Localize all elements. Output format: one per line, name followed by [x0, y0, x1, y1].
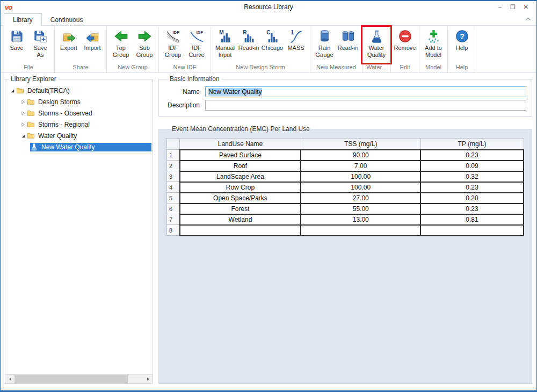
emc-title: Event Mean Concentration (EMC) Per Land … [170, 125, 312, 133]
row-number[interactable]: 7 [167, 214, 180, 225]
tss-cell[interactable]: 55.00 [301, 204, 420, 214]
chicago-button[interactable]: C Chicago [260, 27, 284, 52]
expander-expanded-icon[interactable] [9, 88, 16, 93]
save-as-label: Save As [33, 45, 47, 58]
tree-item-label: Storms - Observed [37, 109, 96, 118]
tss-cell[interactable]: 100.00 [301, 182, 420, 193]
tree-item-water-quality[interactable]: Water Quality [6, 130, 151, 141]
resource-library-window: vo Resource Library – ❐ ✕ Library Contin… [0, 0, 537, 392]
folder-icon [27, 98, 37, 106]
top-group-label: Top Group [113, 45, 129, 58]
ribbon-group-new-design-storm: M Manual Input R Read-in C Chicago [211, 27, 310, 72]
row-number[interactable]: 5 [167, 193, 180, 204]
idf-group-button[interactable]: IDF IDF Group [161, 27, 185, 58]
landuse-cell[interactable]: Roof [180, 161, 301, 171]
manual-input-button[interactable]: M Manual Input [213, 27, 237, 58]
expander-collapsed-icon[interactable] [19, 111, 27, 116]
rain-gauge-button[interactable]: Rain Gauge [313, 27, 336, 58]
read-in-design-button[interactable]: R Read-in [237, 27, 260, 52]
description-input[interactable] [205, 100, 526, 111]
landuse-cell[interactable]: Paved Surface [180, 150, 301, 161]
row-number[interactable]: 4 [167, 182, 180, 193]
tree-item-default-trca[interactable]: Default(TRCA) [6, 85, 151, 96]
landuse-cell[interactable] [180, 225, 301, 236]
row-number[interactable]: 1 [167, 150, 180, 161]
tp-cell[interactable]: 0.20 [420, 193, 524, 204]
tree-item-label: New Water Quality [40, 143, 98, 151]
landuse-cell[interactable]: Forest [180, 204, 301, 214]
landuse-cell[interactable]: LandScape Area [180, 171, 301, 182]
landuse-cell[interactable]: Row Crop [180, 182, 301, 193]
svg-text:C: C [266, 30, 271, 35]
library-tree: Default(TRCA) Design Storms [5, 83, 153, 374]
tree-item-design-storms[interactable]: Design Storms [6, 96, 151, 107]
row-number[interactable]: 2 [167, 161, 180, 171]
maximize-button[interactable]: ❐ [506, 2, 519, 12]
tree-item-label: Design Storms [37, 98, 84, 106]
export-button[interactable]: Export [57, 27, 81, 52]
name-input[interactable]: New Water Quality [205, 86, 526, 97]
row-number[interactable]: 3 [167, 171, 180, 182]
tab-library[interactable]: Library [4, 13, 42, 26]
tab-continuous[interactable]: Continuous [42, 14, 92, 25]
table-row: 5 Open Space/Parks 27.00 0.20 [167, 193, 524, 204]
scrollbar-track[interactable] [14, 375, 143, 384]
row-number[interactable]: 8 [167, 225, 180, 236]
tp-cell[interactable]: 0.23 [420, 150, 524, 161]
arrow-left-icon [114, 28, 128, 43]
tp-cell[interactable]: 0.81 [420, 214, 524, 225]
add-to-model-button[interactable]: Add to Model [422, 27, 445, 58]
tss-cell[interactable]: 90.00 [301, 150, 420, 161]
idf-curve-button[interactable]: IDF IDF Curve [185, 27, 208, 58]
scroll-left-icon[interactable] [5, 375, 14, 384]
water-quality-button[interactable]: Water Quality [365, 27, 388, 58]
tree-item-new-water-quality[interactable]: New Water Quality [6, 141, 151, 153]
scrollbar-thumb[interactable] [14, 375, 128, 383]
mass-button[interactable]: 1 MASS [284, 27, 308, 52]
expander-collapsed-icon[interactable] [19, 99, 27, 105]
ribbon: Save Save As File Export [1, 26, 536, 73]
top-group-button[interactable]: Top Group [109, 27, 133, 58]
landuse-cell[interactable]: Wetland [180, 214, 301, 225]
tss-cell[interactable]: 27.00 [301, 193, 420, 204]
tree-item-storms-regional[interactable]: Storms - Regional [6, 119, 151, 130]
tp-cell[interactable]: 0.23 [420, 182, 524, 193]
save-button[interactable]: Save [5, 27, 28, 52]
tss-cell[interactable]: 13.00 [301, 214, 420, 225]
horizontal-scrollbar[interactable] [5, 374, 153, 383]
minimize-button[interactable]: – [494, 2, 506, 12]
expander-collapsed-icon[interactable] [19, 122, 27, 127]
mass-label: MASS [287, 45, 304, 52]
expander-expanded-icon[interactable] [19, 133, 27, 139]
tp-cell[interactable]: 0.09 [420, 161, 524, 171]
table-row: 2 Roof 7.00 0.09 [167, 161, 524, 171]
tp-cell[interactable]: 0.23 [420, 204, 524, 214]
landuse-cell[interactable]: Open Space/Parks [180, 193, 301, 204]
ribbon-group-new-idf: IDF IDF Group IDF IDF Curve New IDF [159, 27, 211, 72]
ribbon-group-share: Export Import Share [55, 27, 107, 72]
scroll-right-icon[interactable] [143, 375, 153, 384]
ribbon-collapse-icon[interactable] [525, 13, 531, 23]
tp-cell[interactable] [420, 225, 524, 236]
table-row: 6 Forest 55.00 0.23 [167, 204, 524, 214]
sub-group-button[interactable]: Sub Group [133, 27, 156, 58]
tp-cell[interactable]: 0.32 [420, 171, 524, 182]
import-button[interactable]: Import [81, 27, 104, 52]
tree-item-storms-observed[interactable]: Storms - Observed [6, 107, 151, 119]
save-as-button[interactable]: Save As [28, 27, 52, 58]
remove-button[interactable]: Remove [393, 27, 417, 52]
chicago-label: Chicago [262, 45, 283, 52]
table-row: 4 Row Crop 100.00 0.23 [167, 182, 524, 193]
manual-input-label: Manual Input [215, 45, 235, 58]
row-number[interactable]: 6 [167, 204, 180, 214]
folder-icon [27, 120, 37, 128]
read-in-measured-button[interactable]: Read-in [336, 27, 360, 52]
tss-cell[interactable] [301, 225, 420, 236]
tss-cell[interactable]: 100.00 [301, 171, 420, 182]
table-row: 3 LandScape Area 100.00 0.32 [167, 171, 524, 182]
tss-cell[interactable]: 7.00 [301, 161, 420, 171]
read-in-design-icon: R [242, 28, 256, 43]
close-button[interactable]: ✕ [519, 2, 532, 12]
help-button[interactable]: ? Help [450, 27, 474, 52]
tree-item-label: Default(TRCA) [26, 86, 73, 95]
